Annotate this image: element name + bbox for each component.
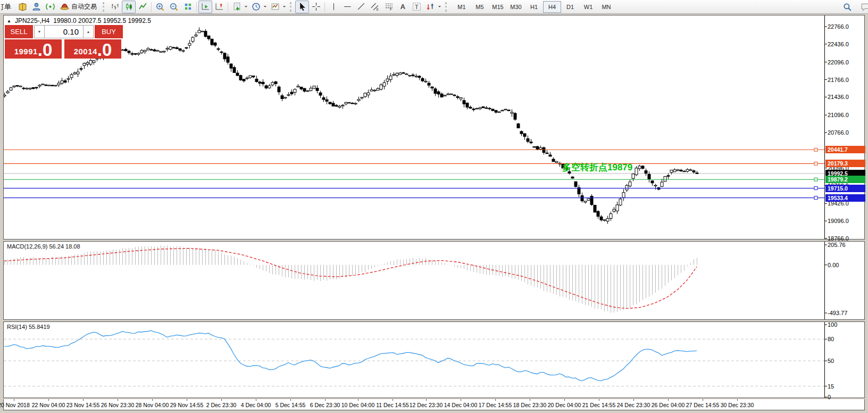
timeframe-m15[interactable]: M15 — [489, 1, 507, 13]
time-tick-label: 26 Dec 04:00 — [652, 402, 685, 408]
rsi-plot — [4, 322, 864, 398]
candlestick-plot — [4, 15, 864, 239]
timeframe-m30[interactable]: M30 — [507, 1, 525, 13]
time-tick-label: 21 Dec 14:55 — [582, 402, 615, 408]
time-tick-label: 24 Dec 23:30 — [617, 402, 650, 408]
hline-handle[interactable] — [814, 178, 817, 181]
time-axis[interactable]: 20 Nov 201822 Nov 04:0023 Nov 14:5526 No… — [3, 399, 865, 410]
chart-annotation-text[interactable]: 多空转折点19879 — [562, 161, 632, 174]
collapse-icon[interactable]: ▲ — [7, 19, 11, 23]
volume-down-button[interactable]: ▼ — [34, 25, 45, 38]
equidistant-channel-icon[interactable]: E — [368, 1, 382, 13]
time-tick — [14, 399, 14, 401]
time-tick — [256, 399, 256, 401]
search-icon[interactable] — [840, 1, 854, 13]
templates-dropdown[interactable] — [268, 1, 286, 13]
hline-handle[interactable] — [814, 148, 817, 151]
volume-input[interactable]: 0.10 — [45, 25, 83, 38]
time-tick — [393, 399, 393, 401]
auto-scroll-icon[interactable] — [198, 1, 212, 13]
arrows-dropdown[interactable] — [423, 1, 441, 13]
hline-handle[interactable] — [814, 187, 817, 190]
metatrader-window: 订单 自动交易 — [0, 0, 868, 413]
timeframe-h1[interactable]: H1 — [525, 1, 543, 13]
svg-text:T: T — [414, 3, 418, 10]
time-tick — [564, 399, 565, 401]
macd-pane[interactable]: 205.760.00-493.77 MACD(12,26,9) 56.24 18… — [3, 241, 865, 320]
dropdown-caret-icon — [263, 5, 267, 8]
time-tick — [118, 399, 118, 401]
timeframe-mn[interactable]: MN — [597, 1, 615, 13]
templates-icon[interactable] — [268, 1, 282, 13]
volume-up-button[interactable]: ▲ — [83, 25, 94, 38]
market-watch-icon[interactable] — [15, 1, 29, 13]
timeframe-d1[interactable]: D1 — [561, 1, 579, 13]
buy-button[interactable]: BUY — [95, 25, 123, 38]
text-label-icon[interactable]: T — [410, 1, 423, 13]
autotrading-icon — [60, 2, 69, 12]
time-tick-label: 22 Nov 04:00 — [32, 402, 65, 408]
time-tick — [461, 399, 461, 401]
timeframe-group: M1M5M15M30H1H4D1W1MN — [453, 1, 615, 13]
chat-icon[interactable] — [858, 1, 868, 13]
crosshair-icon[interactable] — [309, 1, 323, 13]
autotrading-button[interactable]: 自动交易 — [57, 1, 100, 13]
timeframe-w1[interactable]: W1 — [579, 1, 597, 13]
symbol-period-label: JPN225-,H4 — [15, 17, 49, 24]
time-tick — [495, 399, 496, 401]
toolbar-separator — [196, 2, 197, 12]
time-tick-label: 20 Nov 2018 — [0, 402, 30, 408]
bar-chart-icon[interactable] — [108, 1, 122, 13]
sell-price-display[interactable]: 19991 .0 — [5, 39, 62, 59]
time-tick — [187, 399, 187, 401]
tile-windows-icon[interactable] — [181, 1, 195, 13]
fibonacci-icon[interactable]: F — [382, 1, 396, 13]
hline-handle[interactable] — [814, 196, 817, 200]
buy-price-display[interactable]: 20014 .0 — [64, 39, 121, 59]
vertical-line-icon[interactable] — [327, 1, 340, 13]
time-tick-label: 14 Dec 04:00 — [444, 402, 477, 408]
trendline-icon[interactable] — [354, 1, 368, 13]
timeframe-m1[interactable]: M1 — [453, 1, 471, 13]
hline-handle[interactable] — [814, 162, 817, 165]
time-tick-label: 28 Nov 04:00 — [136, 402, 169, 408]
time-tick-label: 20 Dec 04:00 — [548, 402, 581, 408]
dropdown-caret-icon — [282, 5, 286, 8]
time-tick-label: 10 Dec 04:00 — [341, 402, 374, 408]
horizontal-line-icon[interactable] — [340, 1, 354, 13]
text-icon[interactable]: A — [396, 1, 410, 13]
data-window-icon[interactable] — [29, 1, 43, 13]
indicators-icon[interactable] — [230, 1, 244, 13]
main-chart-pane[interactable]: 22766.022436.022096.021766.021436.021096… — [3, 15, 865, 239]
line-chart-icon[interactable] — [136, 1, 149, 13]
dropdown-caret-icon — [437, 5, 441, 8]
zoom-in-icon[interactable] — [153, 1, 167, 13]
rsi-pane[interactable]: 1008050150 RSI(14) 55.8419 — [3, 321, 865, 398]
autotrading-label: 自动交易 — [71, 2, 97, 11]
indicators-dropdown[interactable] — [230, 1, 248, 13]
timeframe-h4[interactable]: H4 — [543, 1, 561, 13]
new-order-button[interactable]: 订单 — [1, 2, 15, 12]
chart-shift-icon[interactable] — [212, 1, 226, 13]
svg-text:A: A — [400, 3, 405, 11]
time-tick — [325, 399, 326, 401]
cursor-icon[interactable] — [295, 1, 309, 13]
chart-title: ▲ JPN225-,H4 19980.0 20027.5 19952.5 199… — [7, 17, 151, 24]
new-order-label: 订单 — [1, 2, 11, 12]
periods-dropdown[interactable] — [249, 1, 267, 13]
signals-icon[interactable] — [43, 1, 57, 13]
periods-clock-icon[interactable] — [249, 1, 263, 13]
timeframe-m5[interactable]: M5 — [471, 1, 489, 13]
arrows-icon[interactable] — [423, 1, 437, 13]
time-tick — [358, 399, 358, 401]
toolbar-grip — [103, 2, 105, 12]
buy-price-main: 20014 — [74, 45, 97, 58]
dropdown-caret-icon — [244, 5, 248, 8]
time-tick-label: 30 Dec 23:30 — [721, 402, 754, 408]
zoom-out-icon[interactable] — [167, 1, 181, 13]
sell-button[interactable]: SELL — [5, 25, 33, 38]
time-tick-label: 26 Nov 23:30 — [101, 402, 134, 408]
svg-text:E: E — [376, 7, 378, 11]
time-tick-label: 29 Nov 14:55 — [170, 402, 203, 408]
candlestick-chart-icon[interactable] — [122, 1, 136, 13]
